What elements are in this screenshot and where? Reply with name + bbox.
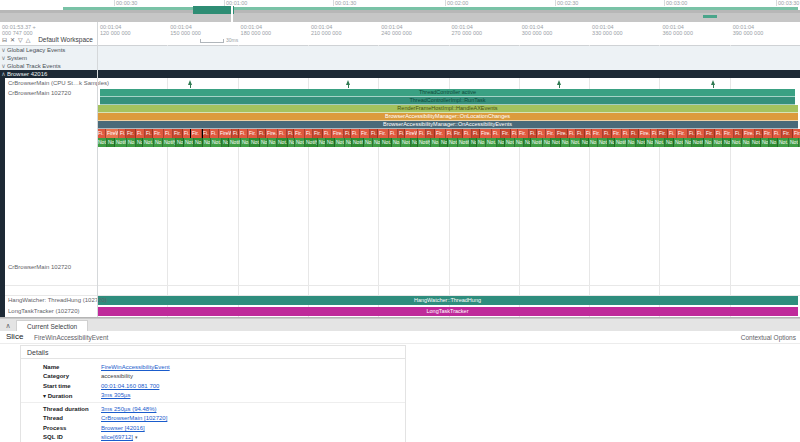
slice[interactable]: Fi. (97, 129, 106, 138)
slice[interactable]: Fi. (734, 129, 743, 138)
slice[interactable]: Fir. (453, 129, 463, 138)
slice[interactable]: Notif. (115, 138, 127, 147)
slice[interactable]: Not. (381, 138, 392, 147)
slice[interactable]: Fi. (232, 129, 239, 138)
workspace-label[interactable]: Default Workspace (38, 36, 93, 43)
slice[interactable]: Fire. (639, 129, 651, 138)
slice[interactable]: No. (470, 138, 477, 147)
slice[interactable]: No. (411, 138, 418, 147)
slice[interactable]: No. (769, 138, 778, 147)
track-label-crbrowsermain-2[interactable]: CrBrowserMain 102720 (8, 264, 71, 270)
track-label-cpu-samples[interactable]: CrBrowserMain (CPU St…k Samples) (8, 80, 109, 86)
slice[interactable]: No. (608, 138, 615, 147)
slice[interactable]: Fir. (378, 129, 389, 138)
slice[interactable]: Fir. (763, 129, 773, 138)
slice[interactable]: Fi. (136, 129, 145, 138)
slice[interactable]: No. (723, 138, 731, 147)
cpu-sample-marker[interactable] (711, 80, 715, 85)
slice[interactable]: Not. (570, 138, 581, 147)
slice[interactable]: Fir. (658, 129, 668, 138)
slice[interactable]: Not. (211, 138, 222, 147)
slice[interactable]: No. (326, 138, 335, 147)
slice[interactable]: No. (627, 138, 636, 147)
slice[interactable]: Fi. (426, 129, 435, 138)
slice[interactable]: Not. (448, 138, 458, 147)
slice[interactable]: No. (515, 138, 524, 147)
slice[interactable]: Not. (486, 138, 497, 147)
slice[interactable]: Fi. (463, 129, 472, 138)
slice[interactable]: Fi. (287, 129, 294, 138)
slice[interactable]: Fire. (556, 129, 568, 138)
slice[interactable]: No. (127, 138, 136, 147)
slice[interactable]: Not. (97, 138, 107, 147)
slice[interactable]: No. (704, 138, 713, 147)
chevron-down-icon[interactable]: ∨ (0, 62, 7, 70)
clear-icon[interactable]: ✕ (10, 36, 15, 43)
cpu-sample-marker[interactable] (188, 80, 192, 85)
slice[interactable]: Fi. (210, 129, 219, 138)
slice[interactable]: Notify. (163, 138, 176, 147)
slice[interactable]: No. (107, 138, 115, 147)
slice-bar[interactable]: BrowserAccessibilityManager::OnAccessibi… (97, 121, 798, 129)
slice[interactable]: No. (581, 138, 589, 147)
contextual-options-button[interactable]: Contextual Options (741, 334, 796, 341)
slice[interactable]: Fi. (446, 129, 453, 138)
slice[interactable]: Not. (335, 138, 345, 147)
slice[interactable]: Fir. (191, 129, 202, 138)
slice[interactable]: No. (136, 138, 143, 147)
slice[interactable]: Not. (751, 138, 761, 147)
chevron-up-icon[interactable]: ∧ (0, 70, 7, 78)
slice[interactable]: Fire. (743, 129, 755, 138)
longtask-slice-bar[interactable]: LongTaskTracker (97, 307, 798, 316)
slice[interactable]: Fir. (173, 129, 183, 138)
track-label-longtasktracker[interactable]: LongTaskTracker (102720) (8, 308, 79, 314)
slice[interactable]: Fir. (313, 129, 323, 138)
detail-value[interactable]: slice[69712]▾ (101, 434, 138, 440)
minimap-viewport-cursor[interactable] (231, 6, 233, 22)
slice[interactable]: Fi. (630, 129, 639, 138)
slice[interactable]: Fi. (603, 129, 612, 138)
slice[interactable]: Fi. (398, 129, 405, 138)
slice[interactable]: Not. (713, 138, 723, 147)
slice[interactable]: Fir. (782, 129, 793, 138)
slice[interactable]: No. (176, 138, 184, 147)
slice[interactable]: Notif. (692, 138, 704, 147)
slice[interactable]: Not. (598, 138, 608, 147)
slice[interactable]: Fi. (418, 129, 426, 138)
slice[interactable]: No. (742, 138, 751, 147)
slice[interactable]: Fi. (351, 129, 360, 138)
slice[interactable]: Notif. (615, 138, 627, 147)
slice[interactable]: Fir. (677, 129, 688, 138)
slice[interactable]: No. (318, 138, 326, 147)
slice[interactable]: Fir. (723, 129, 734, 138)
slice[interactable]: Fir. (360, 129, 370, 138)
slice[interactable]: Fir. (546, 129, 556, 138)
slice[interactable]: Not. (401, 138, 411, 147)
slice[interactable]: Fire. (480, 129, 492, 138)
slice[interactable]: No. (524, 138, 531, 147)
slice[interactable]: Fi. (258, 129, 266, 138)
slice[interactable]: Fi. (668, 129, 677, 138)
slice[interactable]: No. (154, 138, 163, 147)
slice-bar[interactable]: RenderFrameHostImpl::HandleAXEvents (97, 105, 798, 113)
slice[interactable]: No. (646, 138, 654, 147)
cpu-sample-marker[interactable] (346, 80, 350, 85)
slice[interactable]: No. (345, 138, 352, 147)
slice[interactable]: Fi. (511, 129, 518, 138)
slice[interactable]: No. (392, 138, 401, 147)
slice[interactable]: No. (543, 138, 551, 147)
slice[interactable]: Not. (184, 138, 194, 147)
workspace-icon[interactable]: △ (26, 36, 31, 43)
slice[interactable]: Fi. (305, 129, 313, 138)
slice[interactable]: Fir. (793, 129, 800, 138)
slice[interactable]: Fir. (153, 129, 164, 138)
slice-bar[interactable]: ThreadController active (100, 89, 795, 97)
detail-value[interactable]: Browser [42016] (101, 425, 145, 431)
slice[interactable]: Fi. (696, 129, 705, 138)
slice[interactable]: No. (268, 138, 277, 147)
filter-icon[interactable]: ▽ (18, 36, 23, 43)
slice[interactable]: No. (260, 138, 268, 147)
slice[interactable]: Fi. (492, 129, 501, 138)
detail-value[interactable]: 3ms 250µs (94.48%) (101, 406, 156, 412)
slice[interactable]: Notif. (531, 138, 543, 147)
